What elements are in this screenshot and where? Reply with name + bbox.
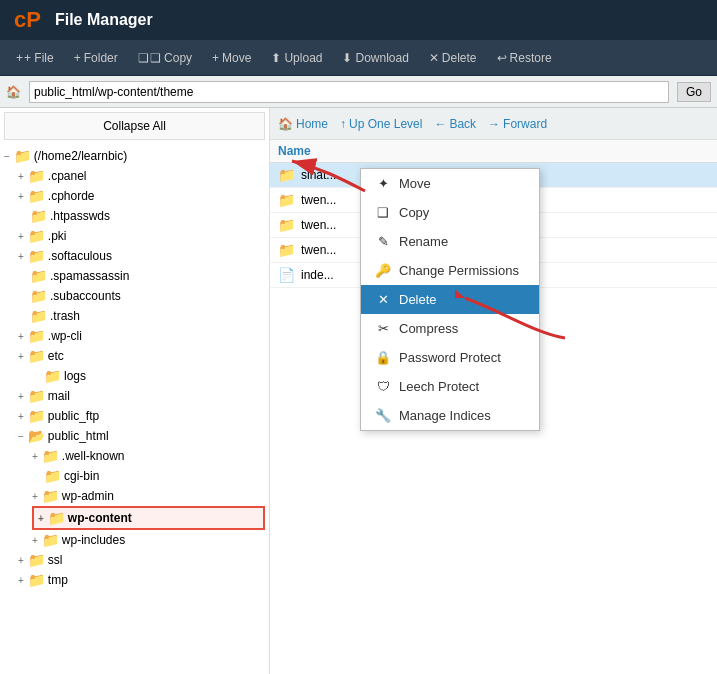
- tree-item-spamassassin[interactable]: 📁 .spamassassin: [18, 266, 265, 286]
- file-list-header: Name: [270, 140, 717, 163]
- tree-item-public-html[interactable]: − 📂 public_html: [18, 426, 265, 446]
- tree-item-pki[interactable]: + 📁 .pki: [18, 226, 265, 246]
- plus-icon: +: [18, 555, 24, 566]
- context-menu: ✦ Move ❑ Copy ✎ Rename 🔑 Change Permissi…: [360, 168, 540, 431]
- tree-item-cphorde[interactable]: + 📁 .cphorde: [18, 186, 265, 206]
- lock-cm-icon: 🔒: [375, 350, 391, 365]
- tree-label: mail: [48, 389, 70, 403]
- move-icon: +: [212, 51, 219, 65]
- tree-item-cpanel[interactable]: + 📁 .cpanel: [18, 166, 265, 186]
- upload-button[interactable]: ⬆ Upload: [263, 48, 330, 68]
- move-cm-icon: ✦: [375, 176, 391, 191]
- context-menu-manage-indices[interactable]: 🔧 Manage Indices: [361, 401, 539, 430]
- app-title: File Manager: [55, 11, 153, 29]
- home-folder-icon: 📁: [14, 148, 31, 164]
- context-menu-password-protect[interactable]: 🔒 Password Protect: [361, 343, 539, 372]
- delete-button[interactable]: ✕ Delete: [421, 48, 485, 68]
- tree-item-ssl[interactable]: + 📁 ssl: [18, 550, 265, 570]
- tree-item-public-ftp[interactable]: + 📁 public_ftp: [18, 406, 265, 426]
- plus-icon: +: [18, 351, 24, 362]
- go-button[interactable]: Go: [677, 82, 711, 102]
- tree-item-wp-includes[interactable]: + 📁 wp-includes: [32, 530, 265, 550]
- tree-item-trash[interactable]: 📁 .trash: [18, 306, 265, 326]
- tree-label: .pki: [48, 229, 67, 243]
- download-button[interactable]: ⬇ Download: [334, 48, 416, 68]
- forward-icon: →: [488, 117, 500, 131]
- folder-icon: 📁: [42, 532, 59, 548]
- context-menu-rename[interactable]: ✎ Rename: [361, 227, 539, 256]
- folder-icon: 📁: [30, 308, 47, 324]
- forward-button[interactable]: → Forward: [488, 117, 547, 131]
- plus-icon: +: [18, 171, 24, 182]
- tree-item-tmp[interactable]: + 📁 tmp: [18, 570, 265, 590]
- file-name: twen...: [301, 243, 336, 257]
- file-name: inde...: [301, 268, 334, 282]
- tree-item-wp-content[interactable]: + 📁 wp-content: [32, 506, 265, 530]
- plus-icon: +: [18, 391, 24, 402]
- tree-label: .subaccounts: [50, 289, 121, 303]
- tree-item-htpasswds[interactable]: 📁 .htpasswds: [18, 206, 265, 226]
- plus-icon: +: [18, 191, 24, 202]
- new-file-button[interactable]: + + File: [8, 48, 62, 68]
- document-icon: 📄: [278, 267, 295, 283]
- path-input[interactable]: [29, 81, 669, 103]
- folder-icon: 📁: [28, 348, 45, 364]
- cpanel-logo: cP: [14, 7, 41, 33]
- context-menu-label: Move: [399, 176, 431, 191]
- home-button[interactable]: 🏠 Home: [278, 117, 328, 131]
- context-menu-delete[interactable]: ✕ Delete: [361, 285, 539, 314]
- context-menu-permissions[interactable]: 🔑 Change Permissions: [361, 256, 539, 285]
- tree-item-softaculous[interactable]: + 📁 .softaculous: [18, 246, 265, 266]
- minus-icon: −: [4, 151, 10, 162]
- plus-icon: +: [32, 451, 38, 462]
- up-one-level-button[interactable]: ↑ Up One Level: [340, 117, 422, 131]
- plus-icon: +: [18, 231, 24, 242]
- tree-item-logs[interactable]: 📁 logs: [32, 366, 265, 386]
- folder-icon: 📁: [44, 368, 61, 384]
- main-layout: Collapse All − 📁 (/home2/learnbic) + 📁 .…: [0, 108, 717, 674]
- file-tree: − 📁 (/home2/learnbic) + 📁 .cpanel + 📁 .c…: [0, 144, 269, 592]
- copy-cm-icon: ❑: [375, 205, 391, 220]
- folder-icon: 📁: [28, 328, 45, 344]
- home-nav-button[interactable]: 🏠: [6, 85, 21, 99]
- tree-label: public_ftp: [48, 409, 99, 423]
- collapse-all-button[interactable]: Collapse All: [4, 112, 265, 140]
- new-folder-button[interactable]: + Folder: [66, 48, 126, 68]
- tree-item-root[interactable]: − 📁 (/home2/learnbic): [4, 146, 265, 166]
- back-icon: ←: [434, 117, 446, 131]
- tree-item-cgi-bin[interactable]: 📁 cgi-bin: [32, 466, 265, 486]
- tree-item-mail[interactable]: + 📁 mail: [18, 386, 265, 406]
- copy-button[interactable]: ❑ ❑ Copy: [130, 48, 200, 68]
- tree-item-etc[interactable]: + 📁 etc: [18, 346, 265, 366]
- tree-label: .trash: [50, 309, 80, 323]
- minus-icon: −: [18, 431, 24, 442]
- tree-item-well-known[interactable]: + 📁 .well-known: [32, 446, 265, 466]
- back-button[interactable]: ← Back: [434, 117, 476, 131]
- key-cm-icon: 🔑: [375, 263, 391, 278]
- plus-icon: +: [32, 535, 38, 546]
- folder-plus-icon: +: [74, 51, 81, 65]
- folder-icon: 📁: [48, 510, 65, 526]
- plus-icon: +: [38, 513, 44, 524]
- tree-item-subaccounts[interactable]: 📁 .subaccounts: [18, 286, 265, 306]
- rename-cm-icon: ✎: [375, 234, 391, 249]
- shield-cm-icon: 🛡: [375, 379, 391, 394]
- toolbar: + + File + Folder ❑ ❑ Copy + Move ⬆ Uplo…: [0, 40, 717, 76]
- restore-button[interactable]: ↩ Restore: [489, 48, 560, 68]
- delete-icon: ✕: [429, 51, 439, 65]
- left-panel: Collapse All − 📁 (/home2/learnbic) + 📁 .…: [0, 108, 270, 674]
- tree-item-wpcli[interactable]: + 📁 .wp-cli: [18, 326, 265, 346]
- folder-icon: 📁: [28, 228, 45, 244]
- folder-icon: 📁: [28, 188, 45, 204]
- right-panel: 🏠 Home ↑ Up One Level ← Back → Forward N…: [270, 108, 717, 674]
- move-button[interactable]: + Move: [204, 48, 259, 68]
- tree-label: public_html: [48, 429, 109, 443]
- context-menu-copy[interactable]: ❑ Copy: [361, 198, 539, 227]
- tree-item-wp-admin[interactable]: + 📁 wp-admin: [32, 486, 265, 506]
- context-menu-compress[interactable]: ✂ Compress: [361, 314, 539, 343]
- context-menu-leech-protect[interactable]: 🛡 Leech Protect: [361, 372, 539, 401]
- plus-icon: +: [18, 331, 24, 342]
- file-name: twen...: [301, 193, 336, 207]
- folder-icon: 📁: [30, 288, 47, 304]
- context-menu-move[interactable]: ✦ Move: [361, 169, 539, 198]
